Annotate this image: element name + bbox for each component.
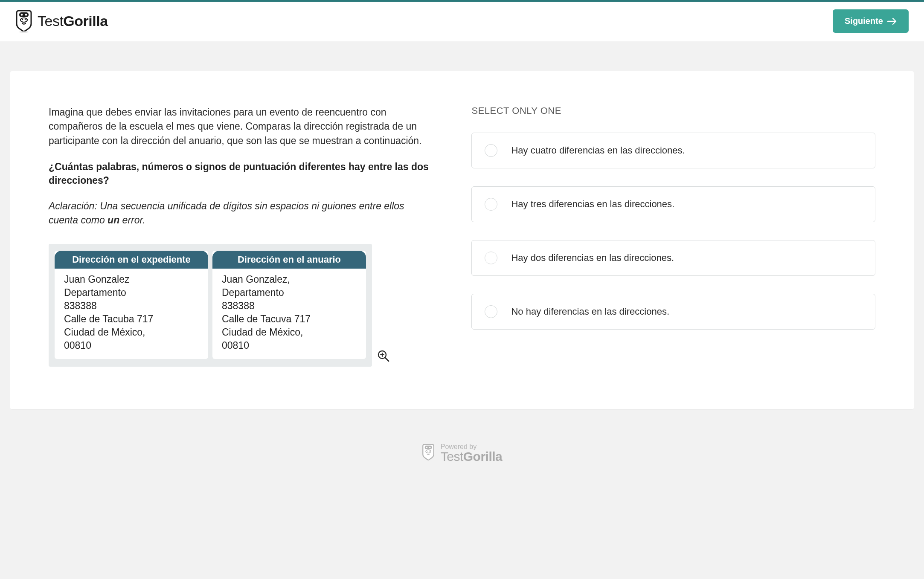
answers-column: SELECT ONLY ONE Hay cuatro diferencias e… <box>471 105 875 367</box>
radio-icon <box>485 198 497 211</box>
footer-text: Powered by TestGorilla <box>441 443 503 463</box>
comparison-header-left: Dirección en el expediente <box>55 251 208 269</box>
svg-point-13 <box>429 447 430 448</box>
clarification-suffix: error. <box>119 214 145 226</box>
gorilla-icon <box>422 443 435 463</box>
footer: Powered by TestGorilla <box>0 426 924 489</box>
answer-option-0[interactable]: Hay cuatro diferencias en las direccione… <box>471 133 875 168</box>
brand-logo-text: TestGorilla <box>38 13 108 29</box>
answer-option-3[interactable]: No hay diferencias en las direcciones. <box>471 294 875 330</box>
gorilla-icon <box>15 10 32 33</box>
svg-point-6 <box>19 31 29 32</box>
answer-option-2[interactable]: Hay dos diferencias en las direcciones. <box>471 240 875 276</box>
footer-logo: Powered by TestGorilla <box>422 443 503 463</box>
answer-option-label: Hay tres diferencias en las direcciones. <box>511 199 674 210</box>
clarification-bold: un <box>108 214 119 226</box>
answer-option-label: Hay cuatro diferencias en las direccione… <box>511 145 685 156</box>
arrow-right-icon <box>887 17 897 25</box>
next-button[interactable]: Siguiente <box>833 9 909 33</box>
svg-rect-11 <box>424 446 432 449</box>
answer-option-label: No hay diferencias en las direcciones. <box>511 306 669 317</box>
top-bar: TestGorilla Siguiente <box>0 2 924 41</box>
svg-point-5 <box>25 19 26 20</box>
comparison-col-right: Dirección en el anuario Juan Gonzalez, D… <box>212 251 366 359</box>
next-button-label: Siguiente <box>845 16 883 26</box>
svg-line-8 <box>385 358 389 361</box>
comparison-table: Dirección en el expediente Juan Gonzalez… <box>49 244 372 367</box>
logo-text-prefix: Test <box>38 13 63 29</box>
svg-point-16 <box>429 451 430 452</box>
question-column: Imagina que debes enviar las invitacione… <box>49 105 429 367</box>
footer-logo-bold: Gorilla <box>463 449 503 463</box>
page-content: Imagina que debes enviar las invitacione… <box>0 71 924 426</box>
svg-point-1 <box>21 14 23 16</box>
logo-text-bold: Gorilla <box>63 13 108 29</box>
comparison-body-right: Juan Gonzalez, Departamento 838388 Calle… <box>212 269 366 359</box>
svg-point-12 <box>426 447 427 448</box>
answer-option-label: Hay dos diferencias en las direcciones. <box>511 252 674 263</box>
question-clarification: Aclaración: Una secuencia unificada de d… <box>49 199 429 226</box>
svg-rect-0 <box>19 12 29 17</box>
radio-icon <box>485 144 497 157</box>
zoom-in-icon <box>377 350 390 362</box>
clarification-prefix: Aclaración: Una secuencia unificada de d… <box>49 200 404 225</box>
question-prompt: ¿Cuántas palabras, números o signos de p… <box>49 160 429 187</box>
brand-logo: TestGorilla <box>15 10 108 33</box>
answer-option-1[interactable]: Hay tres diferencias en las direcciones. <box>471 186 875 222</box>
answers-heading: SELECT ONLY ONE <box>471 105 875 116</box>
comparison-header-right: Dirección en el anuario <box>212 251 366 269</box>
question-intro: Imagina que debes enviar las invitacione… <box>49 105 429 148</box>
svg-point-15 <box>427 451 427 452</box>
zoom-button[interactable] <box>375 347 392 365</box>
footer-logo-prefix: Test <box>441 449 463 463</box>
question-card: Imagina que debes enviar las invitacione… <box>10 71 914 409</box>
comparison-col-left: Dirección en el expediente Juan Gonzalez… <box>55 251 208 359</box>
svg-point-2 <box>25 14 27 16</box>
svg-point-4 <box>22 19 23 20</box>
comparison-body-left: Juan Gonzalez Departamento 838388 Calle … <box>55 269 208 359</box>
footer-brand-text: TestGorilla <box>441 450 503 463</box>
radio-icon <box>485 252 497 264</box>
radio-icon <box>485 305 497 318</box>
comparison-wrapper: Dirección en el expediente Juan Gonzalez… <box>49 244 372 367</box>
